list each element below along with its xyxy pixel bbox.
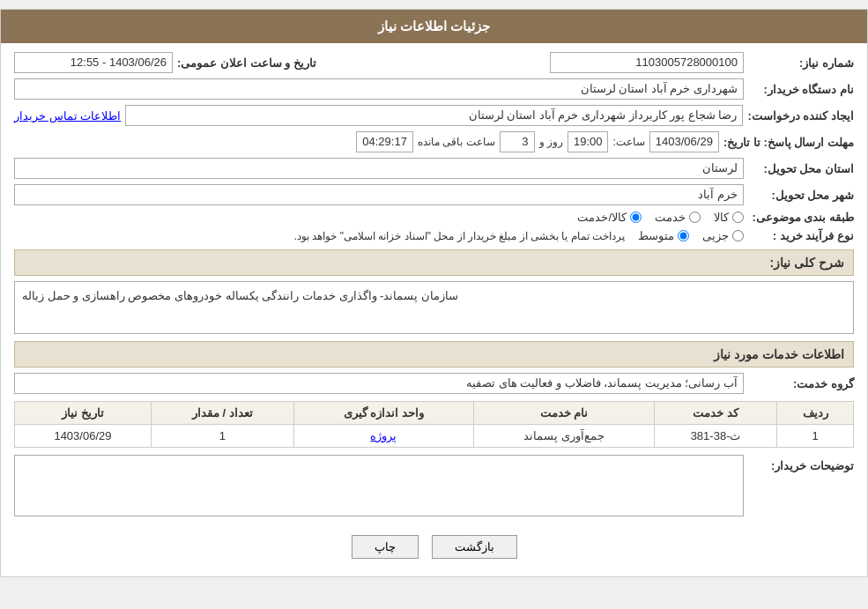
services-section-header: اطلاعات خدمات مورد نیاز [14,341,854,368]
days-label: روز و [539,136,563,148]
col-header-date: تاریخ نیاز [15,402,152,425]
deadline-time: 19:00 [568,131,609,152]
deadline-days: 3 [500,131,535,152]
buyer-org-value: شهرداری خرم آباد استان لرستان [14,78,744,100]
city-value: خرم آباد [14,184,744,205]
category-both[interactable]: کالا/خدمت [577,211,642,224]
province-label: استان محل تحویل: [748,162,854,175]
buyer-notes-box [14,455,744,516]
contact-link[interactable]: اطلاعات تماس خریدار [14,109,121,123]
need-number-label: شماره نیاز: [748,56,854,70]
remaining-label: ساعت باقی مانده [418,136,495,148]
deadline-date: 1403/06/29 [649,131,719,152]
deadline-remaining: 04:29:17 [356,131,413,152]
description-section-header: شرح کلی نیاز: [14,249,854,276]
table-row: 1 ث-38-381 جمع‌آوری پسماند پروژه 1 1403/… [15,425,854,448]
category-goods-label: کالا [714,211,729,224]
purchase-partial-radio[interactable] [732,230,744,241]
city-label: شهر محل تحویل: [748,189,854,202]
deadline-label: مهلت ارسال پاسخ: تا تاریخ: [723,136,854,149]
creator-label: ایجاد کننده درخواست: [747,109,854,123]
col-header-name: نام خدمت [474,402,655,425]
page-title: جزئیات اطلاعات نیاز [1,10,867,43]
service-group-value: آب رسانی؛ مدیریت پسماند، فاضلاب و فعالیت… [14,373,744,394]
purchase-medium-label: متوسط [638,229,674,242]
col-header-unit: واحد اندازه گیری [293,402,473,425]
cell-count: 1 [151,425,293,448]
need-number-value: 1103005728000100 [550,52,744,73]
cell-name: جمع‌آوری پسماند [474,425,655,448]
category-group: کالا خدمت کالا/خدمت [14,211,744,224]
category-both-label: کالا/خدمت [577,211,627,224]
description-text: سازمان پسماند- واگذاری خدمات رانندگی یکس… [14,281,854,334]
cell-date: 1403/06/29 [15,425,152,448]
province-value: لرستان [14,158,744,179]
purchase-note: پرداخت تمام یا بخشی از مبلغ خریدار از مح… [294,230,625,242]
purchase-type-group: جزیی متوسط پرداخت تمام یا بخشی از مبلغ خ… [14,229,744,242]
cell-row: 1 [777,425,854,448]
category-label: طبقه بندی موضوعی: [748,211,854,224]
purchase-type-label: نوع فرآیند خرید : [748,229,854,242]
purchase-medium-radio[interactable] [678,230,689,241]
buyer-org-label: نام دستگاه خریدار: [748,83,854,96]
purchase-medium[interactable]: متوسط [638,229,689,242]
category-goods[interactable]: کالا [714,211,744,224]
cell-code: ث-38-381 [654,425,776,448]
time-label: ساعت: [612,136,644,148]
category-service-label: خدمت [655,211,686,224]
category-goods-radio[interactable] [732,212,744,223]
creator-value: رضا شجاع پور کاربرداز شهرداری خرم آباد ا… [125,105,743,126]
buyer-notes-label: توضیحات خریدار: [748,455,854,472]
purchase-partial[interactable]: جزیی [702,229,744,242]
button-row: بازگشت چاپ [14,522,854,568]
announcement-value: 1403/06/26 - 12:55 [14,52,173,73]
announcement-label: تاریخ و ساعت اعلان عمومی: [177,56,316,70]
service-group-label: گروه خدمت: [748,377,854,390]
service-table: ردیف کد خدمت نام خدمت واحد اندازه گیری ت… [14,401,854,448]
category-both-radio[interactable] [630,212,642,223]
category-service[interactable]: خدمت [655,211,701,224]
col-header-code: کد خدمت [654,402,776,425]
col-header-count: تعداد / مقدار [151,402,293,425]
purchase-partial-label: جزیی [702,229,729,242]
print-button[interactable]: چاپ [352,535,419,559]
back-button[interactable]: بازگشت [432,535,517,559]
category-service-radio[interactable] [689,212,701,223]
cell-unit[interactable]: پروژه [293,425,473,448]
col-header-row: ردیف [777,402,854,425]
